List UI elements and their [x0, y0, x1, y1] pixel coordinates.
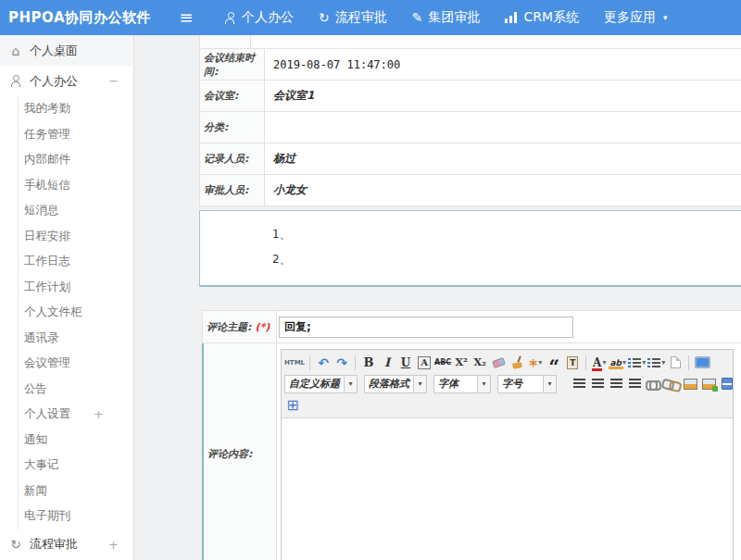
sidebar-item-label: 任务管理 — [24, 127, 70, 143]
align-center-icon — [592, 379, 604, 389]
sidebar-item-schedule[interactable]: 日程安排 — [18, 224, 133, 250]
redo-button[interactable]: ↷ — [333, 355, 350, 371]
sidebar-item-sms[interactable]: 手机短信 — [18, 173, 133, 199]
sidebar-item-personal-files[interactable]: 个人文件柜 — [18, 300, 133, 326]
format-brush-button[interactable] — [509, 355, 525, 371]
nav-personal-office[interactable]: 个人办公 — [224, 9, 294, 26]
nav-group-approval[interactable]: ✎集团审批 — [412, 9, 481, 26]
underline-button[interactable]: U — [397, 355, 414, 371]
italic-button[interactable]: I — [379, 355, 396, 371]
toolbar-separator — [355, 355, 356, 370]
sidebar-item-news[interactable]: 新闻 — [18, 479, 133, 504]
comment-subject-label: 评论主题: (*) — [203, 311, 277, 342]
unordered-list-icon — [647, 357, 660, 368]
sidebar-item-label: 个人设置 — [24, 406, 70, 422]
toolbar-separator — [309, 355, 310, 370]
subscript-button[interactable]: X₂ — [471, 355, 488, 371]
caret-down-icon: ▾ — [663, 13, 668, 22]
sidebar-item-desktop[interactable]: ⌂个人桌面 — [0, 35, 133, 66]
comment-content-row: 评论内容: HTML↶↷BIUAABCX²X₂*▾“TA▾ab▾▾▾ 自定义标题… — [202, 343, 741, 560]
highlight-color-icon: ab — [609, 358, 622, 367]
insert-image-button[interactable] — [700, 376, 717, 392]
nav-crm[interactable]: CRM系统 — [505, 9, 579, 26]
sidebar-item-label: 电子期刊 — [24, 508, 70, 524]
sidebar-item-meeting-management[interactable]: 会议管理 — [18, 351, 133, 377]
media-button[interactable] — [719, 376, 735, 392]
form-row: 审批人员:小龙女 — [200, 175, 741, 206]
italic-icon: I — [384, 355, 390, 369]
sidebar-item-my-attendance[interactable]: 我的考勤 — [18, 96, 133, 122]
superscript-icon: X² — [456, 356, 468, 368]
form-row: 会议结束时间:2019-08-07 11:47:00 — [200, 49, 741, 81]
sidebar-item-work-log[interactable]: 工作日志 — [18, 249, 133, 275]
align-justify-button[interactable] — [626, 376, 643, 392]
expand-plus-icon[interactable]: + — [94, 407, 104, 421]
font-box-button[interactable]: A — [416, 355, 433, 371]
superscript-button[interactable]: X² — [453, 355, 470, 371]
sidebar-item-contacts[interactable]: 通讯录 — [18, 326, 133, 352]
font-size-select[interactable]: 字号▾ — [497, 375, 557, 393]
bold-icon: B — [364, 355, 374, 369]
unlink-icon — [663, 379, 680, 390]
content-line: 2、 — [272, 247, 741, 272]
bold-button[interactable]: B — [360, 355, 377, 371]
unordered-list-button[interactable]: ▾ — [647, 355, 665, 371]
strikethrough-button[interactable]: ABC — [434, 355, 451, 371]
sidebar-item-personal-settings[interactable]: 个人设置+ — [18, 402, 133, 428]
top-nav: 个人办公↻流程审批✎集团审批CRM系统更多应用▾ — [224, 9, 668, 26]
paste-text-button[interactable]: T — [564, 355, 581, 371]
sidebar-item-internal-mail[interactable]: 内部邮件 — [18, 147, 133, 173]
form-row: 会议室:会议室1 — [200, 81, 741, 112]
select-label: 字体 — [434, 377, 477, 391]
sidebar-item-task-management[interactable]: 任务管理 — [18, 122, 133, 148]
fullscreen-button[interactable] — [694, 355, 710, 371]
sidebar-item-label: 通讯录 — [24, 330, 59, 346]
expand-plus-icon[interactable]: + — [108, 538, 119, 552]
comment-subject-input[interactable] — [279, 317, 573, 338]
sidebar-item-label: 个人办公 — [30, 73, 78, 90]
html-code-icon: HTML — [284, 359, 305, 367]
sidebar-item-e-journal[interactable]: 电子期刊 — [18, 504, 133, 529]
editor-content-area[interactable] — [282, 418, 733, 560]
font-family-select[interactable]: 字体▾ — [433, 375, 491, 393]
align-center-button[interactable] — [589, 376, 606, 392]
subscript-icon: X₂ — [474, 356, 486, 368]
image-button[interactable] — [682, 376, 698, 392]
undo-button[interactable]: ↶ — [315, 355, 332, 371]
sidebar-item-notice[interactable]: 通知 — [18, 428, 133, 454]
sidebar-item-work-plan[interactable]: 工作计划 — [18, 275, 133, 301]
field-value: 会议室1 — [265, 81, 741, 111]
link-icon — [646, 380, 661, 388]
quick-format-button[interactable]: *▾ — [527, 355, 544, 371]
menu-toggle-icon[interactable]: ≡ — [172, 0, 200, 35]
form-row: 分类: — [200, 112, 741, 143]
sidebar-item-short-message[interactable]: 短消息 — [18, 198, 133, 224]
sidebar-item-personal-office[interactable]: 个人办公− — [0, 66, 133, 96]
sidebar-item-announcement[interactable]: 公告 — [18, 377, 133, 403]
unlink-button[interactable] — [663, 376, 680, 392]
insert-table-button[interactable]: ⊞ — [284, 397, 301, 414]
sidebar-item-big-events[interactable]: 大事记 — [18, 453, 133, 479]
new-page-button[interactable] — [667, 355, 684, 371]
app-title: PHPOA协同办公软件 — [0, 9, 172, 27]
nav-process-approval[interactable]: ↻流程审批 — [319, 9, 387, 26]
field-value — [265, 112, 741, 143]
ordered-list-button[interactable]: ▾ — [628, 355, 646, 371]
insert-image-icon — [702, 379, 716, 390]
nav-label: 流程审批 — [335, 9, 387, 26]
heading-select[interactable]: 自定义标题▾ — [284, 375, 358, 393]
eraser-button[interactable] — [490, 355, 507, 371]
collapse-minus-icon[interactable]: − — [108, 74, 119, 88]
nav-more-apps[interactable]: 更多应用▾ — [604, 9, 668, 26]
ordered-list-icon — [628, 357, 641, 368]
html-source-button[interactable]: HTML — [284, 355, 305, 371]
link-button[interactable] — [645, 376, 661, 392]
paragraph-select[interactable]: 段落格式▾ — [364, 375, 427, 393]
align-right-button[interactable] — [608, 376, 624, 392]
font-color-button[interactable]: A▾ — [591, 355, 608, 371]
align-left-button[interactable] — [571, 376, 587, 392]
sidebar-item-process-approval[interactable]: ↻流程审批+ — [0, 529, 133, 560]
comment-form-table: 评论主题: (*) 评论内容: HTML↶↷BIUAABCX²X₂*▾“TA▾a… — [202, 310, 741, 560]
highlight-color-button[interactable]: ab▾ — [609, 355, 626, 371]
blockquote-button[interactable]: “ — [546, 355, 562, 371]
